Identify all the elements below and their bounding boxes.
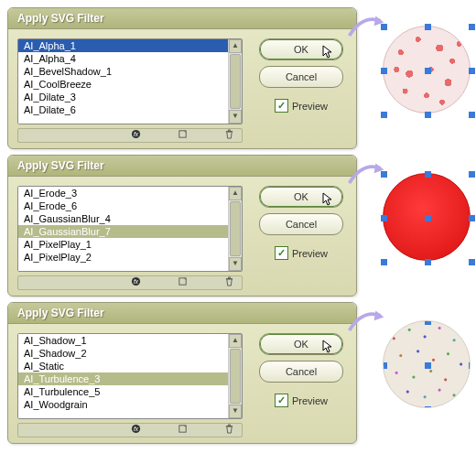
- scroll-thumb[interactable]: [230, 349, 241, 404]
- filter-list-item[interactable]: AI_Shadow_2: [18, 347, 228, 360]
- svg-text:fx: fx: [134, 278, 139, 285]
- filter-preview: [383, 320, 471, 408]
- filter-preview: [383, 26, 471, 113]
- scroll-up-button[interactable]: ▲: [229, 187, 242, 200]
- preview-checkbox[interactable]: ✓: [275, 394, 288, 407]
- scrollbar[interactable]: ▲ ▼: [229, 334, 242, 418]
- preview-checkbox-row[interactable]: ✓ Preview: [275, 246, 328, 260]
- fx-icon[interactable]: fx: [131, 276, 141, 289]
- fx-icon[interactable]: fx: [131, 424, 141, 437]
- ok-button[interactable]: OK: [259, 333, 343, 355]
- ok-button-label: OK: [294, 191, 308, 202]
- cursor-icon: [322, 340, 337, 356]
- filter-list-item[interactable]: AI_BevelShadow_1: [18, 65, 228, 78]
- filter-listbox[interactable]: AI_Alpha_1AI_Alpha_4AI_BevelShadow_1AI_C…: [18, 39, 229, 124]
- preview-checkbox[interactable]: ✓: [275, 246, 288, 260]
- cancel-button-label: Cancel: [286, 219, 317, 230]
- filter-list-item[interactable]: AI_Erode_3: [18, 187, 228, 200]
- filter-list-item[interactable]: AI_PixelPlay_1: [18, 238, 228, 251]
- preview-checkbox[interactable]: ✓: [275, 99, 288, 113]
- scroll-down-button[interactable]: ▼: [229, 257, 242, 271]
- ok-button-label: OK: [294, 44, 308, 55]
- apply-svg-filter-dialog: Apply SVG Filter AI_Shadow_1AI_Shadow_2A…: [7, 302, 357, 444]
- list-toolbar: fx: [17, 275, 243, 290]
- list-toolbar: fx: [17, 128, 243, 143]
- scroll-up-button[interactable]: ▲: [229, 334, 242, 348]
- apply-svg-filter-dialog: Apply SVG Filter AI_Erode_3AI_Erode_6AI_…: [7, 155, 357, 297]
- filter-list-item[interactable]: AI_Turbulence_5: [18, 385, 228, 398]
- scrollbar[interactable]: ▲ ▼: [229, 187, 242, 271]
- filter-list-item[interactable]: AI_PixelPlay_2: [18, 251, 228, 264]
- cancel-button-label: Cancel: [286, 366, 317, 377]
- scrollbar[interactable]: ▲ ▼: [229, 39, 242, 124]
- list-toolbar: fx: [17, 423, 243, 437]
- scroll-up-button[interactable]: ▲: [229, 39, 242, 53]
- ok-button-label: OK: [294, 339, 308, 350]
- filter-listbox[interactable]: AI_Shadow_1AI_Shadow_2AI_StaticAI_Turbul…: [18, 334, 229, 418]
- filter-list-item[interactable]: AI_Woodgrain: [18, 398, 228, 411]
- new-icon[interactable]: [178, 424, 188, 437]
- filter-list-item[interactable]: AI_Alpha_1: [18, 39, 228, 52]
- cancel-button-label: Cancel: [286, 71, 317, 82]
- trash-icon[interactable]: [224, 276, 234, 289]
- new-icon[interactable]: [178, 129, 188, 142]
- preview-label: Preview: [292, 395, 328, 406]
- filter-list-item[interactable]: AI_Erode_6: [18, 200, 228, 212]
- ok-button[interactable]: OK: [259, 38, 343, 60]
- trash-icon[interactable]: [224, 129, 234, 142]
- dialog-title: Apply SVG Filter: [8, 156, 356, 177]
- new-icon[interactable]: [178, 276, 188, 289]
- dialog-title: Apply SVG Filter: [8, 8, 356, 29]
- scroll-down-button[interactable]: ▼: [229, 405, 242, 418]
- cursor-icon: [322, 192, 337, 209]
- scroll-thumb[interactable]: [230, 54, 241, 109]
- filter-list-item[interactable]: AI_Shadow_1: [18, 334, 228, 347]
- preview-checkbox-row[interactable]: ✓ Preview: [275, 394, 328, 407]
- cancel-button[interactable]: Cancel: [259, 213, 343, 235]
- filter-list-item[interactable]: AI_Dilate_6: [18, 103, 228, 116]
- svg-text:fx: fx: [134, 131, 139, 137]
- filter-list-item[interactable]: AI_Static: [18, 360, 228, 372]
- scroll-down-button[interactable]: ▼: [229, 110, 242, 124]
- dialog-title: Apply SVG Filter: [8, 303, 356, 324]
- svg-text:fx: fx: [134, 426, 139, 432]
- filter-listbox[interactable]: AI_Erode_3AI_Erode_6AI_GaussianBlur_4AI_…: [18, 187, 229, 271]
- cancel-button[interactable]: Cancel: [259, 361, 343, 383]
- filter-list-item[interactable]: AI_Turbulence_3: [18, 372, 228, 385]
- filter-list-item[interactable]: AI_Dilate_3: [18, 91, 228, 103]
- cancel-button[interactable]: Cancel: [259, 66, 343, 88]
- filter-list-item[interactable]: AI_GaussianBlur_4: [18, 212, 228, 225]
- filter-list-item[interactable]: AI_GaussianBlur_7: [18, 225, 228, 238]
- fx-icon[interactable]: fx: [131, 129, 141, 142]
- preview-label: Preview: [292, 248, 328, 259]
- preview-checkbox-row[interactable]: ✓ Preview: [275, 99, 328, 113]
- filter-preview: [383, 173, 471, 261]
- trash-icon[interactable]: [224, 424, 234, 437]
- scroll-thumb[interactable]: [230, 201, 241, 256]
- ok-button[interactable]: OK: [259, 186, 343, 208]
- apply-svg-filter-dialog: Apply SVG Filter AI_Alpha_1AI_Alpha_4AI_…: [7, 7, 357, 149]
- filter-list-item[interactable]: AI_CoolBreeze: [18, 78, 228, 91]
- preview-label: Preview: [292, 101, 328, 112]
- filter-list-item[interactable]: AI_Alpha_4: [18, 52, 228, 65]
- cursor-icon: [322, 45, 337, 61]
